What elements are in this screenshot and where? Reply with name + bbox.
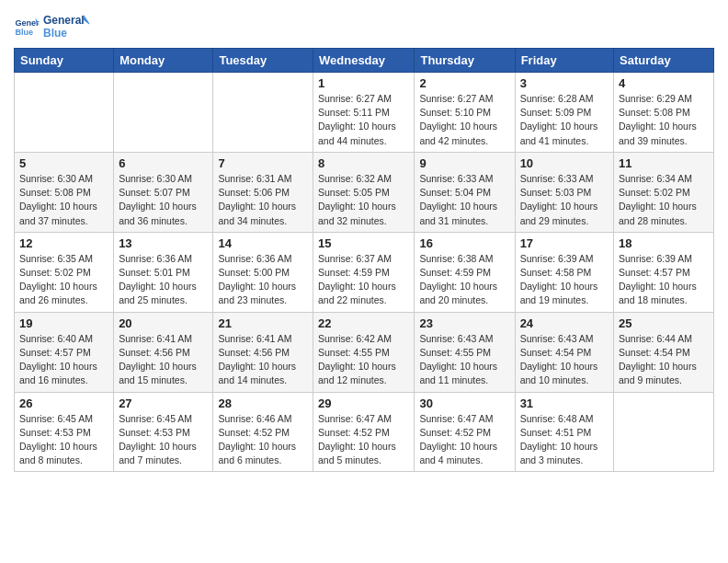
day-info: Sunrise: 6:48 AM Sunset: 4:51 PM Dayligh…	[520, 412, 609, 468]
calendar-cell: 19Sunrise: 6:40 AM Sunset: 4:57 PM Dayli…	[15, 312, 114, 392]
day-info: Sunrise: 6:43 AM Sunset: 4:55 PM Dayligh…	[419, 332, 509, 388]
calendar-cell: 26Sunrise: 6:45 AM Sunset: 4:53 PM Dayli…	[15, 392, 114, 472]
day-number: 18	[619, 236, 709, 250]
logo-icon: General Blue	[14, 13, 40, 39]
weekday-saturday: Saturday	[614, 49, 714, 73]
week-row-2: 5Sunrise: 6:30 AM Sunset: 5:08 PM Daylig…	[15, 152, 714, 232]
svg-text:Blue: Blue	[43, 27, 67, 40]
calendar-cell: 9Sunrise: 6:33 AM Sunset: 5:04 PM Daylig…	[415, 152, 515, 232]
day-number: 29	[318, 396, 409, 410]
logo-graphic: General Blue	[43, 9, 89, 42]
calendar-cell: 28Sunrise: 6:46 AM Sunset: 4:52 PM Dayli…	[213, 392, 313, 472]
day-number: 15	[318, 236, 409, 250]
day-number: 30	[419, 396, 509, 410]
calendar-cell: 30Sunrise: 6:47 AM Sunset: 4:52 PM Dayli…	[415, 392, 515, 472]
calendar-cell: 1Sunrise: 6:27 AM Sunset: 5:11 PM Daylig…	[313, 73, 415, 153]
calendar-cell: 2Sunrise: 6:27 AM Sunset: 5:10 PM Daylig…	[415, 73, 515, 153]
calendar-cell: 21Sunrise: 6:41 AM Sunset: 4:56 PM Dayli…	[213, 312, 313, 392]
day-info: Sunrise: 6:27 AM Sunset: 5:10 PM Dayligh…	[419, 92, 509, 148]
weekday-friday: Friday	[515, 49, 613, 73]
week-row-4: 19Sunrise: 6:40 AM Sunset: 4:57 PM Dayli…	[15, 312, 714, 392]
day-info: Sunrise: 6:36 AM Sunset: 5:01 PM Dayligh…	[119, 252, 208, 308]
day-number: 3	[520, 76, 609, 90]
page-header: General Blue General Blue	[14, 9, 714, 42]
calendar-cell: 3Sunrise: 6:28 AM Sunset: 5:09 PM Daylig…	[515, 73, 613, 153]
day-number: 9	[419, 156, 509, 170]
calendar-cell: 31Sunrise: 6:48 AM Sunset: 4:51 PM Dayli…	[515, 392, 613, 472]
calendar-cell: 27Sunrise: 6:45 AM Sunset: 4:53 PM Dayli…	[114, 392, 213, 472]
calendar-cell: 10Sunrise: 6:33 AM Sunset: 5:03 PM Dayli…	[515, 152, 613, 232]
day-number: 17	[520, 236, 609, 250]
day-number: 23	[419, 316, 509, 330]
day-info: Sunrise: 6:47 AM Sunset: 4:52 PM Dayligh…	[419, 412, 509, 468]
day-number: 12	[19, 236, 108, 250]
day-info: Sunrise: 6:30 AM Sunset: 5:07 PM Dayligh…	[119, 172, 208, 228]
day-info: Sunrise: 6:45 AM Sunset: 4:53 PM Dayligh…	[19, 412, 108, 468]
day-number: 13	[119, 236, 208, 250]
weekday-header-row: SundayMondayTuesdayWednesdayThursdayFrid…	[15, 49, 714, 73]
calendar-cell: 20Sunrise: 6:41 AM Sunset: 4:56 PM Dayli…	[114, 312, 213, 392]
day-info: Sunrise: 6:33 AM Sunset: 5:04 PM Dayligh…	[419, 172, 509, 228]
calendar-cell: 14Sunrise: 6:36 AM Sunset: 5:00 PM Dayli…	[213, 232, 313, 312]
day-info: Sunrise: 6:46 AM Sunset: 4:52 PM Dayligh…	[218, 412, 308, 468]
day-number: 26	[19, 396, 108, 410]
calendar-cell: 4Sunrise: 6:29 AM Sunset: 5:08 PM Daylig…	[614, 73, 714, 153]
calendar-cell: 18Sunrise: 6:39 AM Sunset: 4:57 PM Dayli…	[614, 232, 714, 312]
calendar-cell	[614, 392, 714, 472]
day-info: Sunrise: 6:45 AM Sunset: 4:53 PM Dayligh…	[119, 412, 208, 468]
day-number: 1	[318, 76, 409, 90]
day-info: Sunrise: 6:38 AM Sunset: 4:59 PM Dayligh…	[419, 252, 509, 308]
day-info: Sunrise: 6:40 AM Sunset: 4:57 PM Dayligh…	[19, 332, 108, 388]
calendar-cell: 23Sunrise: 6:43 AM Sunset: 4:55 PM Dayli…	[415, 312, 515, 392]
day-info: Sunrise: 6:32 AM Sunset: 5:05 PM Dayligh…	[318, 172, 409, 228]
calendar-cell: 16Sunrise: 6:38 AM Sunset: 4:59 PM Dayli…	[415, 232, 515, 312]
weekday-wednesday: Wednesday	[313, 49, 415, 73]
calendar-cell: 11Sunrise: 6:34 AM Sunset: 5:02 PM Dayli…	[614, 152, 714, 232]
calendar-cell	[114, 73, 213, 153]
calendar-cell: 17Sunrise: 6:39 AM Sunset: 4:58 PM Dayli…	[515, 232, 613, 312]
weekday-monday: Monday	[114, 49, 213, 73]
day-number: 19	[19, 316, 108, 330]
calendar-cell: 12Sunrise: 6:35 AM Sunset: 5:02 PM Dayli…	[15, 232, 114, 312]
week-row-5: 26Sunrise: 6:45 AM Sunset: 4:53 PM Dayli…	[15, 392, 714, 472]
day-info: Sunrise: 6:39 AM Sunset: 4:57 PM Dayligh…	[619, 252, 709, 308]
day-number: 14	[218, 236, 308, 250]
calendar-body: 1Sunrise: 6:27 AM Sunset: 5:11 PM Daylig…	[15, 73, 714, 472]
calendar-table: SundayMondayTuesdayWednesdayThursdayFrid…	[14, 48, 714, 472]
day-info: Sunrise: 6:28 AM Sunset: 5:09 PM Dayligh…	[520, 92, 609, 148]
day-number: 27	[119, 396, 208, 410]
svg-text:General: General	[43, 14, 85, 27]
day-number: 8	[318, 156, 409, 170]
day-info: Sunrise: 6:39 AM Sunset: 4:58 PM Dayligh…	[520, 252, 609, 308]
weekday-tuesday: Tuesday	[213, 49, 313, 73]
day-number: 6	[119, 156, 208, 170]
calendar-cell: 5Sunrise: 6:30 AM Sunset: 5:08 PM Daylig…	[15, 152, 114, 232]
calendar-cell: 15Sunrise: 6:37 AM Sunset: 4:59 PM Dayli…	[313, 232, 415, 312]
day-info: Sunrise: 6:31 AM Sunset: 5:06 PM Dayligh…	[218, 172, 308, 228]
svg-marker-5	[84, 15, 89, 26]
day-info: Sunrise: 6:29 AM Sunset: 5:08 PM Dayligh…	[619, 92, 709, 148]
calendar-cell: 25Sunrise: 6:44 AM Sunset: 4:54 PM Dayli…	[614, 312, 714, 392]
calendar-cell	[15, 73, 114, 153]
day-number: 16	[419, 236, 509, 250]
day-info: Sunrise: 6:42 AM Sunset: 4:55 PM Dayligh…	[318, 332, 409, 388]
day-info: Sunrise: 6:47 AM Sunset: 4:52 PM Dayligh…	[318, 412, 409, 468]
day-info: Sunrise: 6:37 AM Sunset: 4:59 PM Dayligh…	[318, 252, 409, 308]
day-number: 24	[520, 316, 609, 330]
day-info: Sunrise: 6:33 AM Sunset: 5:03 PM Dayligh…	[520, 172, 609, 228]
day-info: Sunrise: 6:41 AM Sunset: 4:56 PM Dayligh…	[119, 332, 208, 388]
day-number: 7	[218, 156, 308, 170]
day-number: 2	[419, 76, 509, 90]
day-info: Sunrise: 6:36 AM Sunset: 5:00 PM Dayligh…	[218, 252, 308, 308]
day-number: 21	[218, 316, 308, 330]
day-number: 22	[318, 316, 409, 330]
day-info: Sunrise: 6:34 AM Sunset: 5:02 PM Dayligh…	[619, 172, 709, 228]
day-info: Sunrise: 6:41 AM Sunset: 4:56 PM Dayligh…	[218, 332, 308, 388]
day-info: Sunrise: 6:44 AM Sunset: 4:54 PM Dayligh…	[619, 332, 709, 388]
svg-text:Blue: Blue	[15, 28, 33, 37]
calendar-cell: 6Sunrise: 6:30 AM Sunset: 5:07 PM Daylig…	[114, 152, 213, 232]
day-number: 31	[520, 396, 609, 410]
day-number: 28	[218, 396, 308, 410]
weekday-sunday: Sunday	[15, 49, 114, 73]
calendar-cell: 24Sunrise: 6:43 AM Sunset: 4:54 PM Dayli…	[515, 312, 613, 392]
